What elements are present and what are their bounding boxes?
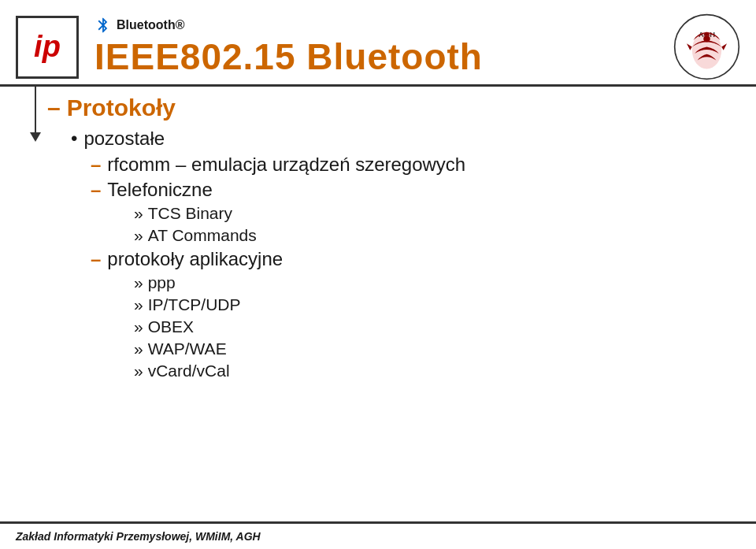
iptcpudp-text: IP/TCP/UDP [148, 295, 241, 314]
list-item-ppp: ppp [134, 273, 724, 292]
main-title: IEEE802.15 Bluetooth [94, 37, 483, 77]
telefoniczne-text: Telefoniczne [107, 179, 212, 201]
list-item-obex: OBEX [134, 317, 724, 336]
list-item-vcardvcal: vCard/vCal [134, 362, 724, 380]
list-item-protokoly: protokoły aplikacyjne [91, 248, 724, 270]
ip-logo: ip [16, 16, 79, 79]
list-item-wapwae: WAP/WAE [134, 339, 724, 358]
obex-text: OBEX [148, 317, 194, 336]
tcs-text: TCS Binary [148, 204, 232, 223]
bluetooth-icon [94, 17, 112, 34]
svg-point-3 [703, 35, 710, 43]
list-item-pozostale: pozostałe [71, 128, 724, 150]
agh-logo: AGH [673, 13, 740, 80]
list-item-rfcomm: rfcomm – emulacja urządzeń szeregowych [91, 154, 724, 176]
left-arrow [30, 87, 41, 142]
footer-text: Zakład Informatyki Przemysłowej, WMiIM, … [16, 530, 261, 543]
bluetooth-label: Bluetooth® [117, 18, 184, 32]
list-item-telefoniczne: Telefoniczne [91, 179, 724, 201]
wapwae-text: WAP/WAE [148, 339, 227, 358]
ppp-text: ppp [148, 273, 176, 292]
protokoly-text: protokoły aplikacyjne [107, 248, 283, 270]
bluetooth-badge: Bluetooth® [94, 17, 184, 34]
main-content: Protokoły pozostałe rfcomm – emulacja ur… [0, 87, 756, 391]
footer: Zakład Informatyki Przemysłowej, WMiIM, … [0, 521, 756, 549]
list-item-at-commands: AT Commands [134, 226, 724, 245]
vcardvcal-text: vCard/vCal [148, 362, 230, 380]
header-center: Bluetooth® IEEE802.15 Bluetooth [94, 17, 665, 77]
at-commands-text: AT Commands [148, 226, 257, 245]
list-item-tcs: TCS Binary [134, 204, 724, 223]
left-arrow-head [30, 132, 41, 142]
bullet-level1-text: pozostałe [83, 128, 165, 150]
header: ip Bluetooth® IEEE802.15 Bluetooth AGH [0, 0, 756, 87]
list-item-iptcpudp: IP/TCP/UDP [134, 295, 724, 314]
left-arrow-line [35, 87, 36, 132]
section-title: Protokoły [47, 95, 724, 121]
rfcomm-text: rfcomm – emulacja urządzeń szeregowych [107, 154, 465, 176]
